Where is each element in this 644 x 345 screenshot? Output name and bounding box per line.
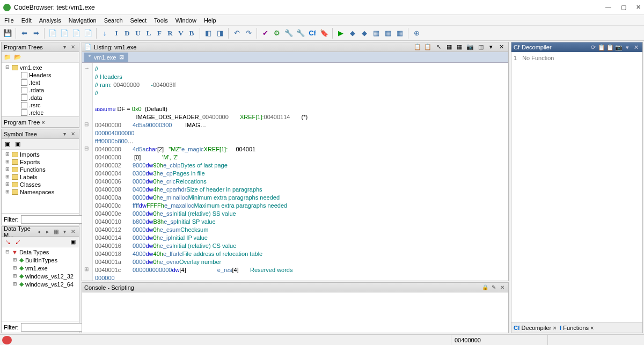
analysis1-icon[interactable]: 🔧 <box>283 28 294 39</box>
menu-select[interactable]: Select <box>130 17 147 24</box>
toolbar-u-button[interactable]: U <box>133 28 143 39</box>
panel-menu-icon[interactable]: ▾ <box>61 43 68 51</box>
open-folder-icon[interactable]: 📂 <box>13 53 22 62</box>
snapshot-icon[interactable]: 📷 <box>465 43 475 52</box>
lock-icon[interactable]: 🔒 <box>481 284 489 291</box>
dt-item[interactable]: ⊞◆ BuiltInTypes <box>3 256 78 264</box>
listing-file-tab[interactable]: * vm1.exe ⊠ <box>84 53 128 62</box>
check-icon[interactable]: ✔ <box>260 28 270 39</box>
fields2-icon[interactable]: ▦ <box>455 43 464 52</box>
dec-tool1-icon[interactable]: 📋 <box>597 43 606 51</box>
step-icon[interactable]: ◆ <box>359 28 370 39</box>
gutter-collapse-icon[interactable]: ⊟ <box>84 121 89 127</box>
copy-icon[interactable]: 📋 <box>413 43 422 52</box>
toolbar-f-button[interactable]: F <box>154 28 165 39</box>
toolbar-r-button[interactable]: R <box>165 28 175 39</box>
toggle-icon[interactable]: ◫ <box>476 43 486 52</box>
panel-close-icon[interactable]: ✕ <box>69 228 77 236</box>
tree-item[interactable]: .text <box>3 79 78 86</box>
bottom-tab[interactable]: Cf Decompiler × <box>514 325 557 331</box>
dt-c-icon[interactable]: ▣ <box>69 238 77 246</box>
bottom-tab[interactable]: f Functions × <box>560 325 594 331</box>
bookmark-icon[interactable]: 🔖 <box>319 28 330 39</box>
toolbar-v-button[interactable]: V <box>175 28 186 39</box>
listing-code[interactable]: // // Headers // ram: 00400000-004003ff … <box>82 63 508 281</box>
panel-close-icon[interactable]: ✕ <box>496 43 506 52</box>
symbol-folder[interactable]: ⊞ Imports <box>3 151 78 158</box>
menu-navigation[interactable]: Navigation <box>69 17 97 24</box>
tab-close-icon[interactable]: ⊠ <box>119 54 124 61</box>
dt-item[interactable]: ⊞◆ vm1.exe <box>3 264 78 272</box>
tool2-icon[interactable]: ◨ <box>215 28 225 39</box>
decompiler-body[interactable]: 1No Function <box>511 52 642 322</box>
dec-tool2-icon[interactable]: 📋 <box>606 43 614 51</box>
panel-menu-icon[interactable]: ▾ <box>61 130 68 138</box>
redo-icon[interactable]: ↷ <box>243 28 254 39</box>
symbol-folder[interactable]: ⊞ Classes <box>3 181 78 188</box>
console-body[interactable] <box>82 292 508 333</box>
menu-file[interactable]: File <box>4 17 14 24</box>
win3-icon[interactable]: ▦ <box>394 28 405 39</box>
script-icon[interactable]: ⚙ <box>272 28 282 39</box>
clear-icon[interactable]: ✎ <box>490 284 497 291</box>
tree-item[interactable]: .data <box>3 94 78 101</box>
run-icon[interactable]: ▶ <box>335 28 346 39</box>
back-icon[interactable]: ⬅ <box>19 28 30 39</box>
new-folder-icon[interactable]: 📁 <box>3 53 12 62</box>
panel-menu-icon[interactable]: ▾ <box>486 43 496 52</box>
panel-close-icon[interactable]: ✕ <box>499 284 506 291</box>
close-button[interactable]: ✕ <box>636 4 641 11</box>
panel-close-icon[interactable]: ✕ <box>69 43 77 51</box>
symbol-folder[interactable]: ⊞ Labels <box>3 173 78 181</box>
symbol-folder[interactable]: ⊞ Exports <box>3 158 78 166</box>
toolbar-d-button[interactable]: D <box>122 28 133 39</box>
analysis2-icon[interactable]: 🔧 <box>295 28 306 39</box>
tree-root[interactable]: ⊟ vm1.exe <box>3 64 78 71</box>
nav4-icon[interactable]: 📄 <box>83 28 93 39</box>
menu-edit[interactable]: Edit <box>21 17 32 24</box>
menu-tools[interactable]: Tools <box>154 17 168 24</box>
tree-item[interactable]: .reloc <box>3 109 78 116</box>
menu-search[interactable]: Search <box>104 17 123 24</box>
dt-item[interactable]: ⊞◆ windows_vs12_64 <box>3 280 78 288</box>
menu-window[interactable]: Window <box>175 17 196 24</box>
dt-tool2-icon[interactable]: ▸ <box>43 228 51 236</box>
tree-item[interactable]: Headers <box>3 71 78 79</box>
panel-menu-icon[interactable]: ▾ <box>623 43 632 51</box>
gutter-collapse-icon[interactable]: ⊟ <box>84 145 89 151</box>
tree-item[interactable]: .rsrc <box>3 101 78 109</box>
nav3-icon[interactable]: 📄 <box>71 28 82 39</box>
cf-icon[interactable]: Cf <box>307 28 318 39</box>
toolbar-l-button[interactable]: L <box>143 28 154 39</box>
down-arrow-icon[interactable]: ↓ <box>99 28 110 39</box>
dt-tool3-icon[interactable]: ▦ <box>52 228 60 236</box>
gutter-expand-icon[interactable]: ⊞ <box>84 266 89 272</box>
dt-a-icon[interactable]: ⭨ <box>3 238 12 246</box>
dt-tool1-icon[interactable]: ◂ <box>35 228 42 236</box>
dt-root[interactable]: ⊟▼ Data Types <box>3 248 78 256</box>
panel-menu-icon[interactable]: ▾ <box>61 228 68 236</box>
symbol-folder[interactable]: ⊞ Functions <box>3 166 78 173</box>
cursor-icon[interactable]: ↖ <box>434 43 443 52</box>
undo-icon[interactable]: ↶ <box>231 28 242 39</box>
paste-icon[interactable]: 📋 <box>423 43 433 52</box>
dec-tool3-icon[interactable]: 📷 <box>614 43 623 51</box>
nav2-icon[interactable]: 📄 <box>59 28 70 39</box>
dt-b-icon[interactable]: ⭩ <box>13 238 22 246</box>
panel-close-icon[interactable]: ✕ <box>632 43 640 51</box>
tool1-icon[interactable]: ◧ <box>203 28 214 39</box>
menu-help[interactable]: Help <box>204 17 216 24</box>
menu-analysis[interactable]: Analysis <box>39 17 61 24</box>
program-tree-tab[interactable]: Program Tree × <box>4 119 45 126</box>
toolbar-i-button[interactable]: I <box>111 28 122 39</box>
refresh-icon[interactable]: ⟳ <box>589 43 597 51</box>
panel-close-icon[interactable]: ✕ <box>69 130 77 138</box>
win2-icon[interactable]: ▦ <box>383 28 393 39</box>
save-icon[interactable]: 💾 <box>2 28 13 39</box>
nav1-icon[interactable]: 📄 <box>47 28 58 39</box>
dt-item[interactable]: ⊞◆ windows_vs12_32 <box>3 272 78 280</box>
toolbar-b-button[interactable]: B <box>186 28 197 39</box>
stop-icon[interactable]: ◆ <box>347 28 358 39</box>
sym-tool1-icon[interactable]: ▣ <box>3 140 12 149</box>
help-icon[interactable]: ⊕ <box>411 28 422 39</box>
